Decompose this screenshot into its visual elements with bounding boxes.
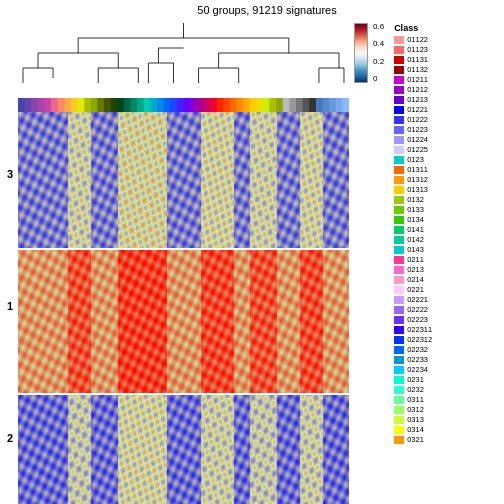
- legend-color-box: [394, 376, 404, 384]
- legend-item: 02232: [394, 345, 432, 354]
- legend-label: 01131: [407, 55, 428, 64]
- legend-label: 01312: [407, 175, 428, 184]
- row-label-3: 3: [7, 168, 13, 180]
- legend-color-box: [394, 296, 404, 304]
- legend-color-box: [394, 336, 404, 344]
- legend-color-box: [394, 146, 404, 154]
- legend-item: 0231: [394, 375, 432, 384]
- legend-label: 02233: [407, 355, 428, 364]
- legend-color-box: [394, 186, 404, 194]
- dendrogram-top: [18, 18, 349, 98]
- legend-label: 0311: [407, 395, 424, 404]
- legend-color-box: [394, 406, 404, 414]
- legend-items-container: 0112201123011310113201211012120121301221…: [394, 35, 432, 445]
- legend-label: 0211: [407, 255, 424, 264]
- legend-item: 01211: [394, 75, 432, 84]
- legend-item: 0321: [394, 435, 432, 444]
- legend-item: 01312: [394, 175, 432, 184]
- legend-label: 01313: [407, 185, 428, 194]
- legend-item: 0142: [394, 235, 432, 244]
- legend-color-box: [394, 396, 404, 404]
- legend-item: 01212: [394, 85, 432, 94]
- legend-color-box: [394, 276, 404, 284]
- legend-label: 0232: [407, 385, 424, 394]
- legend-label: 01132: [407, 65, 428, 74]
- legend-item: 0213: [394, 265, 432, 274]
- legend-color-box: [394, 326, 404, 334]
- heatmap-canvas: [18, 112, 349, 504]
- legend-color-box: [394, 266, 404, 274]
- legend-label: 01311: [407, 165, 428, 174]
- legend-label: 0213: [407, 265, 424, 274]
- legend-label: 01221: [407, 105, 428, 114]
- legend-item: 022311: [394, 325, 432, 334]
- scale-gradient: [354, 23, 368, 83]
- content-area: 3 1 2: [0, 18, 504, 504]
- color-bar-canvas: [18, 98, 349, 112]
- legend-color-box: [394, 366, 404, 374]
- class-header: Class: [394, 23, 432, 33]
- legend-color-box: [394, 206, 404, 214]
- legend-label: 01224: [407, 135, 428, 144]
- legend-item: 01122: [394, 35, 432, 44]
- legend-item: 022312: [394, 335, 432, 344]
- row-labels: 3 1 2: [0, 108, 18, 504]
- right-section: 0.6 0.4 0.2 0 Class 01122011230113101132…: [349, 18, 504, 504]
- legend-color-box: [394, 36, 404, 44]
- legend-item: 0132: [394, 195, 432, 204]
- legend-item: 0311: [394, 395, 432, 404]
- legend-item: 02233: [394, 355, 432, 364]
- legend-label: 01213: [407, 95, 428, 104]
- legend-item: 01223: [394, 125, 432, 134]
- legend-color-box: [394, 216, 404, 224]
- legend-label: 0314: [407, 425, 424, 434]
- legend-color-box: [394, 306, 404, 314]
- legend-color-box: [394, 196, 404, 204]
- scale-labels: 0.6 0.4 0.2 0: [373, 23, 384, 83]
- legend-label: 01123: [407, 45, 428, 54]
- legend-label: 01223: [407, 125, 428, 134]
- legend-item: 02222: [394, 305, 432, 314]
- legend-item: 0314: [394, 425, 432, 434]
- scale-bar-container: [354, 23, 368, 83]
- legend-item: 01221: [394, 105, 432, 114]
- legend-item: 01213: [394, 95, 432, 104]
- legend-color-box: [394, 346, 404, 354]
- row-label-1: 1: [7, 300, 13, 312]
- legend-label: 01211: [407, 75, 428, 84]
- scale-min: 0: [373, 75, 384, 83]
- legend-item: 0312: [394, 405, 432, 414]
- legend-color-box: [394, 66, 404, 74]
- dendrogram-svg: [18, 18, 349, 98]
- legend-item: 0143: [394, 245, 432, 254]
- legend-color-box: [394, 116, 404, 124]
- legend-item: 01313: [394, 185, 432, 194]
- legend-color-box: [394, 236, 404, 244]
- legend-item: 0123: [394, 155, 432, 164]
- legend-item: 01225: [394, 145, 432, 154]
- legend-item: 02221: [394, 295, 432, 304]
- legend-label: 01212: [407, 85, 428, 94]
- legend-color-box: [394, 176, 404, 184]
- legend-label: 0231: [407, 375, 424, 384]
- legend-label: 02223: [407, 315, 428, 324]
- legend-color-box: [394, 136, 404, 144]
- legend-color-box: [394, 436, 404, 444]
- legend-item: 01224: [394, 135, 432, 144]
- legend-label: 0133: [407, 205, 424, 214]
- legend-color-box: [394, 166, 404, 174]
- class-legend-area: Class 0112201123011310113201211012120121…: [389, 23, 432, 445]
- legend-item: 0211: [394, 255, 432, 264]
- legend-item: 01132: [394, 65, 432, 74]
- legend-color-box: [394, 96, 404, 104]
- chart-title: 50 groups, 91219 signatures: [0, 0, 504, 18]
- row-label-2: 2: [7, 432, 13, 444]
- main-container: 50 groups, 91219 signatures 3 1 2: [0, 0, 504, 504]
- legend-color-box: [394, 226, 404, 234]
- legend-label: 02221: [407, 295, 428, 304]
- legend-label: 01122: [407, 35, 428, 44]
- scale-max: 0.6: [373, 23, 384, 31]
- color-scale-area: 0.6 0.4 0.2 0 Class 01122011230113101132…: [349, 18, 504, 98]
- legend-color-box: [394, 126, 404, 134]
- legend-label: 0221: [407, 285, 424, 294]
